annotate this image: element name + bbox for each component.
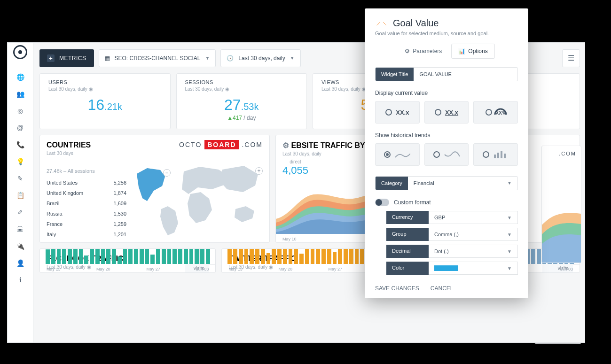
widget-subtitle: Last 30 days [47,151,263,156]
kpi-title: SESSIONS [185,79,298,85]
account-icon[interactable]: 👤 [16,258,25,268]
field-label: Category [376,177,408,190]
format-row[interactable]: CurrencyGBP▼ [386,211,518,224]
color-swatch [434,265,458,271]
collapse-button[interactable]: − [163,169,171,177]
channel-selector[interactable]: ▦ SEO: CROSS-CHANNEL SOCIAL ▼ [99,49,216,67]
chevron-down-icon: ▼ [507,232,512,237]
country-row[interactable]: Russia1,530 [47,209,126,219]
svg-rect-2 [501,151,502,158]
spark-icon: ⟋⟍ [375,20,388,27]
chevron-down-icon: ▼ [205,55,210,61]
social-widget: FACEBOOK TRAFFIC Last 30 days, daily ◉ f… [39,248,216,273]
trend-option-area[interactable] [375,143,420,166]
add-metrics-button[interactable]: + METRICS [39,49,94,67]
field-value: ▼ [429,262,518,275]
chevron-down-icon: ▼ [507,215,512,220]
bulb-icon[interactable]: 💡 [16,157,25,166]
brand-watermark: OCTO BOARD .COM [179,141,263,148]
pencil-icon[interactable]: ✎ [16,174,25,183]
kpi-subtitle: Last 30 days, daily ◉ [185,86,298,92]
widget-settings-modal: ⟋⟍ Goal Value Goal value for selected me… [365,8,528,298]
at-icon[interactable]: @ [16,123,25,132]
gear-icon: ⚙ [405,48,410,54]
display-option-gauge[interactable]: XX% [473,101,518,124]
svg-rect-0 [494,155,496,158]
kpi-subtitle: Last 30 days, daily ◉ [48,86,162,92]
display-option-underlined[interactable]: XX.x [424,101,469,124]
bar-chart [46,248,210,264]
field-value: Comma (,)▼ [429,228,518,241]
chevron-down-icon: ▼ [290,55,295,61]
clipboard-icon[interactable]: 📋 [16,191,25,200]
display-value-label: Display current value [375,90,518,96]
svg-rect-1 [497,153,499,158]
all-sessions-label: 27.48k – All sessions [47,168,95,174]
field-label: Currency [386,211,429,224]
target-icon[interactable]: ◎ [16,106,25,116]
trends-options [375,143,518,166]
kpi-card[interactable]: USERS Last 30 days, daily ◉ 16.21k [39,73,171,129]
kpi-title: USERS [48,79,162,85]
field-value: GOAL VALUE [414,68,517,81]
modal-tabs: ⚙Parameters 📊Options [375,44,518,59]
tab-options[interactable]: 📊Options [451,44,494,59]
hamburger-menu[interactable]: ☰ [562,49,580,67]
field-label: Group [386,228,429,241]
kpi-card[interactable]: SESSIONS Last 30 days, daily ◉ 27.53k ▲4… [176,73,307,129]
country-row[interactable]: France1,259 [47,219,126,229]
phone-icon[interactable]: 📞 [16,140,25,149]
display-value-options: XX.x XX.x XX% [375,101,518,124]
field-value: Financial▼ [408,177,517,190]
plugin-icon[interactable]: 🔌 [16,241,25,251]
date-label: Last 30 days, daily [238,55,285,62]
toggle-label: Custom format [394,199,431,206]
modal-desc: Goal value for selected medium, source a… [375,31,518,36]
svg-rect-3 [504,154,506,158]
field-label: Decimal [386,245,429,258]
metrics-label: METRICS [59,55,86,62]
save-button[interactable]: SAVE CHANGES [375,285,419,292]
app-logo [13,45,27,59]
bank-icon[interactable]: 🏛 [16,225,25,234]
bars-icon: 📊 [458,48,465,54]
custom-format-toggle[interactable]: Custom format [375,199,518,206]
display-option-plain[interactable]: XX.x [375,101,420,124]
trend-option-line[interactable] [424,143,469,166]
country-row[interactable]: United Kingdom1,874 [47,188,126,198]
x-axis: May 13May 20May 27Jun 03 [47,267,209,271]
trends-label: Show historical trends [375,132,518,139]
field-label: Widget Title [376,68,414,81]
format-row[interactable]: Color▼ [386,262,518,275]
kpi-value: 16.21k [48,96,162,114]
chevron-down-icon: ▼ [507,249,512,254]
country-row[interactable]: Brazil1,609 [47,198,126,209]
chevron-down-icon: ▼ [507,180,512,186]
switch[interactable] [375,199,389,206]
cancel-button[interactable]: CANCEL [431,285,454,292]
field-label: Color [386,262,429,275]
chevron-down-icon: ▼ [507,266,512,271]
globe-icon[interactable]: 🌐 [16,72,25,82]
format-rows: CurrencyGBP▼GroupComma (,)▼DecimalDot (.… [386,211,518,275]
users-icon[interactable]: 👥 [16,89,25,99]
country-row[interactable]: Italy1,201 [47,229,126,240]
sidebar: 🌐 👥 ◎ @ 📞 💡 ✎ 📋 ✐ 🏛 🔌 👤 ℹ [8,43,33,342]
country-row[interactable]: United States5,256 [47,178,126,188]
plus-icon: + [47,54,55,62]
date-selector[interactable]: 🕓 Last 30 days, daily ▼ [220,49,300,67]
format-row[interactable]: DecimalDot (.)▼ [386,245,518,258]
field-value: GBP▼ [429,211,518,224]
category-select[interactable]: Category Financial▼ [375,176,518,190]
trend-option-bars[interactable] [473,143,518,166]
tab-parameters[interactable]: ⚙Parameters [398,44,448,59]
gear-icon[interactable]: ⚙ [282,141,289,149]
info-icon[interactable]: ℹ [16,275,25,285]
world-map [128,157,265,240]
field-value: Dot (.)▼ [429,245,518,258]
kpi-delta: ▲417 / day [185,115,298,121]
format-row[interactable]: GroupComma (,)▼ [386,228,518,241]
modal-actions: SAVE CHANGES CANCEL [375,285,518,292]
edit-icon[interactable]: ✐ [16,208,25,217]
widget-title-field[interactable]: Widget Title GOAL VALUE [375,67,518,81]
